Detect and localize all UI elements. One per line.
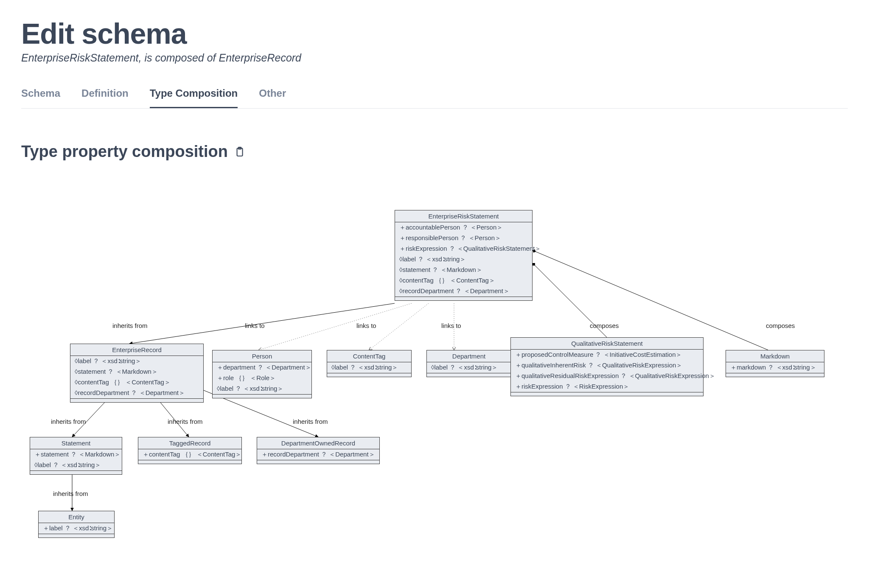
edge-label-inherits: inherits from (293, 418, 328, 425)
edge-label-links: links to (245, 322, 265, 329)
node-prop: ◊label ？ ＜xsd∶string＞ (70, 356, 203, 367)
node-prop: ◊label ？ ＜xsd∶string＞ (395, 254, 532, 265)
node-prop: ＋proposedControlMeasure ？ ＜InitiativeCos… (511, 350, 703, 360)
node-prop: ＋markdown ？ ＜xsd∶string＞ (726, 362, 824, 373)
node-prop: ◊label ？ ＜xsd∶string＞ (427, 362, 511, 373)
node-enterprise-risk-statement[interactable]: EnterpriseRiskStatement ＋accountablePers… (395, 210, 533, 301)
diagram-canvas[interactable]: inherits from links to links to links to… (21, 208, 848, 568)
edge-label-composes: composes (590, 322, 619, 329)
node-prop: ◊recordDepartment ？ ＜Department＞ (395, 286, 532, 297)
node-prop: ◊contentTag ｛｝ ＜ContentTag＞ (395, 275, 532, 286)
node-prop: ＋accountablePerson ？ ＜Person＞ (395, 222, 532, 233)
node-prop: ＋qualitativeInherentRisk ？ ＜QualitativeR… (511, 360, 703, 371)
node-entity[interactable]: Entity ＋label ？ ＜xsd∶string＞ (38, 511, 115, 538)
node-department[interactable]: Department ◊label ？ ＜xsd∶string＞ (426, 350, 511, 377)
node-enterprise-record[interactable]: EnterpriseRecord ◊label ？ ＜xsd∶string＞ ◊… (70, 344, 204, 403)
edge-label-inherits: inherits from (112, 322, 148, 329)
node-title: EnterpriseRiskStatement (395, 210, 532, 222)
node-prop: ＋statement ？ ＜Markdown＞ (30, 449, 122, 460)
tab-schema[interactable]: Schema (21, 87, 60, 108)
edge-label-inherits: inherits from (168, 418, 203, 425)
tab-definition[interactable]: Definition (81, 87, 129, 108)
node-prop: ＋contentTag ｛｝ ＜ContentTag＞ (138, 449, 241, 460)
edge-label-inherits: inherits from (53, 490, 88, 497)
edge-label-composes: composes (766, 322, 795, 329)
tab-other[interactable]: Other (259, 87, 286, 108)
node-title: ContentTag (327, 350, 411, 362)
tab-type-composition[interactable]: Type Composition (150, 87, 238, 108)
page-title: Edit schema (21, 17, 848, 50)
node-prop: ◊statement ？ ＜Markdown＞ (395, 265, 532, 275)
node-title: Entity (39, 511, 114, 523)
clipboard-icon[interactable] (234, 146, 245, 157)
node-prop: ◊statement ？ ＜Markdown＞ (70, 367, 203, 377)
node-content-tag[interactable]: ContentTag ◊label ？ ＜xsd∶string＞ (327, 350, 412, 377)
node-prop: ◊label ？ ＜xsd∶string＞ (327, 362, 411, 373)
node-prop: ◊recordDepartment ？ ＜Department＞ (70, 388, 203, 398)
section-title: Type property composition (21, 143, 228, 161)
node-person[interactable]: Person ＋department ？ ＜Department＞ ＋role … (212, 350, 312, 398)
node-prop: ＋responsiblePerson ？ ＜Person＞ (395, 233, 532, 244)
node-qualitative-risk-statement[interactable]: QualitativeRiskStatement ＋proposedContro… (510, 337, 704, 396)
node-department-owned-record[interactable]: DepartmentOwnedRecord ＋recordDepartment … (257, 437, 380, 464)
node-prop: ＋riskExpression ？ ＜RiskExpression＞ (511, 381, 703, 392)
edge-label-inherits: inherits from (51, 418, 86, 425)
node-statement[interactable]: Statement ＋statement ？ ＜Markdown＞ ◊label… (30, 437, 122, 475)
node-title: EnterpriseRecord (70, 344, 203, 356)
node-title: Markdown (726, 350, 824, 362)
node-title: Person (213, 350, 311, 362)
node-prop: ＋qualitativeResidualRiskExpression ？ ＜Qu… (511, 371, 703, 381)
node-prop: ＋role ｛｝ ＜Role＞ (213, 373, 311, 384)
node-title: Statement (30, 437, 122, 449)
node-prop: ◊label ？ ＜xsd∶string＞ (213, 384, 311, 394)
edge-label-links: links to (441, 322, 461, 329)
node-prop: ◊contentTag ｛｝ ＜ContentTag＞ (70, 377, 203, 388)
node-title: TaggedRecord (138, 437, 241, 449)
node-prop: ◊label ？ ＜xsd∶string＞ (30, 460, 122, 470)
node-title: Department (427, 350, 511, 362)
node-markdown[interactable]: Markdown ＋markdown ？ ＜xsd∶string＞ (726, 350, 824, 377)
page-subtitle: EnterpriseRiskStatement, is composed of … (21, 52, 848, 64)
node-prop: ＋riskExpression ？ ＜QualitativeRiskStatem… (395, 244, 532, 254)
node-title: DepartmentOwnedRecord (257, 437, 379, 449)
node-prop: ＋recordDepartment ？ ＜Department＞ (257, 449, 379, 460)
tabs: Schema Definition Type Composition Other (21, 87, 848, 109)
edge-label-links: links to (356, 322, 376, 329)
node-tagged-record[interactable]: TaggedRecord ＋contentTag ｛｝ ＜ContentTag＞ (138, 437, 242, 464)
node-prop: ＋department ？ ＜Department＞ (213, 362, 311, 373)
node-prop: ＋label ？ ＜xsd∶string＞ (39, 523, 114, 534)
node-title: QualitativeRiskStatement (511, 338, 703, 350)
